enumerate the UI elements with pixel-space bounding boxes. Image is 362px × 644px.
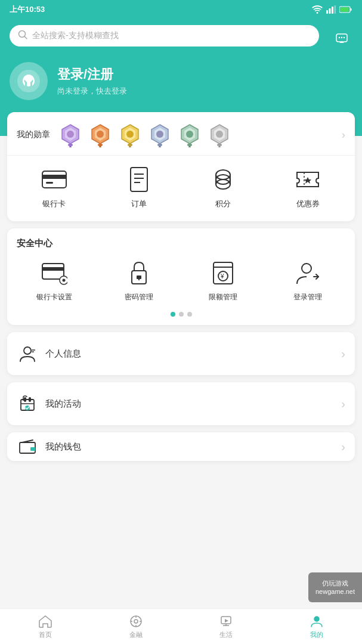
personal-info-icon	[17, 343, 38, 364]
password-icon	[125, 259, 153, 287]
quick-item-points[interactable]: 积分	[181, 165, 266, 209]
signal-icon	[326, 5, 336, 14]
battery-icon	[339, 6, 352, 13]
svg-rect-83	[30, 447, 35, 451]
security-item-login[interactable]: 登录管理	[265, 259, 350, 302]
quick-item-bank-card[interactable]: 银行卡	[12, 165, 97, 209]
quick-item-coupons[interactable]: 优惠券	[265, 165, 350, 209]
svg-rect-45	[42, 175, 66, 179]
main-content: 我的勋章	[0, 112, 362, 461]
my-activities-icon	[17, 393, 38, 414]
security-label-limit: 限额管理	[209, 292, 237, 302]
svg-rect-32	[157, 144, 162, 146]
personal-info-chevron: ›	[341, 347, 345, 361]
my-wallet-label: 我的钱包	[45, 441, 341, 453]
dot-2	[179, 312, 184, 317]
security-item-password[interactable]: 密码管理	[97, 259, 181, 302]
nav-item-finance[interactable]: 金融	[91, 609, 181, 644]
medal-item-1	[57, 122, 83, 148]
dot-3	[187, 312, 192, 317]
quick-item-orders[interactable]: 订单	[97, 165, 181, 209]
svg-rect-47	[131, 168, 147, 191]
svg-rect-0	[326, 10, 328, 14]
security-card: 安全中心 银行卡设置	[7, 228, 355, 325]
personal-info-label: 个人信息	[45, 348, 341, 360]
nav-item-mine[interactable]: 我的	[271, 609, 362, 644]
svg-rect-78	[24, 397, 26, 402]
quick-label-points: 积分	[215, 199, 231, 209]
svg-text:¥: ¥	[220, 273, 224, 280]
svg-rect-44	[42, 171, 66, 188]
wifi-icon	[312, 5, 323, 14]
coupons-icon	[293, 165, 322, 194]
page-dots	[7, 312, 355, 325]
status-bar: 上午10:53	[0, 0, 362, 19]
svg-point-33	[159, 146, 161, 147]
profile-area[interactable]: 登录/注册 尚未登录，快去登录	[10, 52, 352, 100]
medals-list	[57, 122, 339, 148]
svg-rect-59	[42, 264, 64, 279]
dot-1	[171, 312, 175, 317]
security-label-bank-card: 银行卡设置	[36, 292, 72, 302]
svg-point-41	[216, 131, 223, 138]
my-activities-label: 我的活动	[45, 398, 341, 410]
quick-label-orders: 订单	[131, 199, 147, 209]
login-title: 登录/注册	[57, 66, 127, 83]
svg-point-85	[134, 620, 138, 623]
list-item-my-activities[interactable]: 我的活动 ›	[7, 382, 355, 425]
security-item-bank-card[interactable]: 银行卡设置	[12, 259, 97, 302]
bottom-nav: 首页 金融 生活	[0, 608, 362, 644]
medal-label: 我的勋章	[17, 129, 50, 140]
security-label-login: 登录管理	[293, 292, 322, 302]
login-management-icon	[293, 259, 322, 287]
security-item-limit[interactable]: ¥ 限额管理	[181, 259, 266, 302]
medal-item-5	[177, 122, 203, 148]
security-title: 安全中心	[7, 228, 355, 254]
svg-line-8	[24, 36, 27, 39]
medals-quick-card: 我的勋章	[7, 112, 355, 221]
svg-rect-5	[351, 8, 352, 11]
medal-item-4	[147, 122, 173, 148]
quick-label-bank-card: 银行卡	[42, 199, 66, 209]
svg-point-11	[341, 37, 342, 38]
avatar	[10, 62, 48, 100]
profile-info: 登录/注册 尚未登录，快去登录	[57, 66, 127, 97]
home-icon	[38, 614, 52, 628]
bank-card-icon	[40, 165, 69, 194]
svg-rect-17	[68, 144, 73, 146]
svg-point-70	[302, 264, 311, 273]
svg-point-21	[97, 131, 104, 138]
list-item-personal-info[interactable]: 个人信息 ›	[7, 332, 355, 375]
svg-rect-79	[29, 397, 31, 402]
search-bar[interactable]: 全站搜索-支持模糊查找	[10, 25, 319, 47]
nav-label-mine: 我的	[310, 630, 323, 639]
orders-icon	[125, 165, 153, 194]
svg-point-18	[69, 146, 72, 147]
svg-point-26	[126, 131, 134, 138]
mine-icon	[310, 614, 324, 628]
limit-icon: ¥	[209, 259, 237, 287]
medal-chevron-icon[interactable]: ›	[342, 129, 345, 141]
svg-point-94	[314, 617, 319, 621]
message-icon-button[interactable]	[331, 28, 352, 49]
svg-point-36	[186, 131, 193, 138]
status-time: 上午10:53	[10, 4, 45, 15]
svg-point-23	[99, 146, 101, 147]
life-icon	[219, 614, 233, 628]
security-grid: 银行卡设置 密码管理	[7, 254, 355, 312]
bank-card-settings-icon	[40, 259, 69, 287]
svg-point-62	[62, 279, 65, 282]
list-item-my-wallet[interactable]: 我的钱包 ›	[7, 432, 355, 461]
watermark: 仍玩游戏 newgame.net	[308, 572, 362, 602]
watermark-text: 仍玩游戏 newgame.net	[308, 579, 362, 596]
my-wallet-chevron: ›	[341, 440, 345, 454]
medal-item-3	[117, 122, 143, 148]
medal-section: 我的勋章	[7, 112, 355, 155]
security-label-password: 密码管理	[125, 292, 153, 302]
svg-rect-27	[128, 144, 132, 146]
login-subtitle: 尚未登录，快去登录	[57, 86, 127, 97]
status-icons	[312, 5, 352, 14]
nav-item-home[interactable]: 首页	[0, 609, 91, 644]
svg-rect-1	[329, 8, 331, 14]
nav-item-life[interactable]: 生活	[181, 609, 272, 644]
